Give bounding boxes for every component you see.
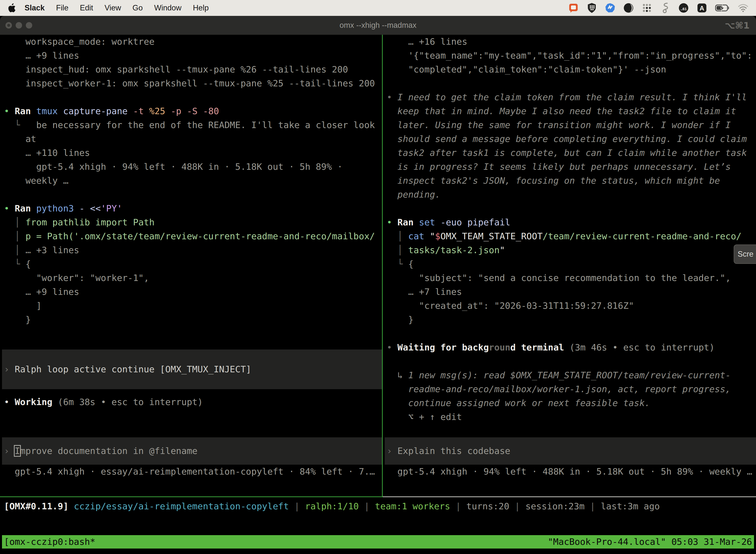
menu-item-file[interactable]: File <box>50 3 74 12</box>
prompt-chevron-icon: › <box>4 446 15 456</box>
omx-session-statusline: [OMX#0.11.9] cczip/essay/ai-reimplementa… <box>0 499 756 513</box>
menu-item-go[interactable]: Go <box>127 3 148 12</box>
menu-item-edit[interactable]: Edit <box>74 3 99 12</box>
moon-pie-icon[interactable] <box>623 2 634 13</box>
menubar-status-icons: ..61 A <box>568 2 749 13</box>
screenshot-tooltip: Scre <box>734 244 756 264</box>
window-title: omx --xhigh --madmax <box>339 21 417 30</box>
terminal-window: omx --xhigh --madmax ⌥⌘1 workspace_mode:… <box>0 16 756 554</box>
right-pane-statusline: gpt-5.4 xhigh · 94% left · 488K in · 5.1… <box>387 465 756 479</box>
chat-bubble-icon[interactable] <box>568 2 579 13</box>
working-status: • Working (6m 38s • esc to interrupt) <box>4 395 382 409</box>
menu-item-window[interactable]: Window <box>148 3 187 12</box>
close-button[interactable] <box>5 22 12 29</box>
wifi-icon[interactable] <box>738 2 749 13</box>
pane-border-bottom-right <box>383 496 756 497</box>
menu-item-view[interactable]: View <box>99 3 127 12</box>
keyboard-a-icon[interactable]: A <box>696 2 707 13</box>
prompt-input-right[interactable]: › Explain this codebase <box>385 437 756 465</box>
tmux-pane-right[interactable]: … +16 lines '{"team_name":"my-team","tas… <box>385 35 756 496</box>
pane-border-bottom-left <box>0 496 382 497</box>
tmux-pane-left[interactable]: workspace_mode: worktree … +9 lines insp… <box>2 35 382 496</box>
window-shortcut-badge: ⌥⌘1 <box>725 20 750 31</box>
pane-divider[interactable] <box>382 35 383 497</box>
dots-grid-icon[interactable] <box>641 2 652 13</box>
tmux-session-label: [omx-cczip0:bash* <box>4 535 95 549</box>
blue-app-icon[interactable] <box>605 2 616 13</box>
apple-menu-icon[interactable] <box>7 3 16 13</box>
input-placeholder: mprove documentation in @filename <box>20 446 197 456</box>
traffic-lights <box>5 22 32 29</box>
svg-text:..61: ..61 <box>680 7 687 11</box>
prompt-input-left[interactable]: › Improve documentation in @filename <box>2 437 382 465</box>
svg-text:A: A <box>700 4 704 12</box>
menu-item-help[interactable]: Help <box>187 3 214 12</box>
terminal-content: workspace_mode: worktree … +9 lines insp… <box>0 35 756 497</box>
window-titlebar[interactable]: omx --xhigh --madmax ⌥⌘1 <box>0 16 756 35</box>
left-pane-statusline: gpt-5.4 xhigh · essay/ai-reimplementatio… <box>4 465 382 479</box>
menu-item-slack[interactable]: Slack <box>19 3 50 12</box>
menubar: Slack File Edit View Go Window Help ..61… <box>0 0 756 16</box>
input-placeholder: Explain this codebase <box>397 446 510 456</box>
squiggle-icon[interactable] <box>660 2 671 13</box>
shield-icon[interactable] <box>586 2 597 13</box>
percent61-icon[interactable]: ..61 <box>678 2 689 13</box>
tmux-status-bar: [omx-cczip0:bash* "MacBook-Pro-44.local"… <box>2 535 754 549</box>
battery-icon[interactable] <box>715 2 730 13</box>
prompt-chevron-icon: › <box>387 446 397 456</box>
inject-banner: › Ralph loop active continue [OMX_TMUX_I… <box>2 349 382 389</box>
minimize-button[interactable] <box>16 22 22 29</box>
tmux-host-clock-label: "MacBook-Pro-44.local" 05:03 31-Mar-26 <box>548 535 752 549</box>
right-pane-log: … +16 lines '{"team_name":"my-team","tas… <box>387 35 756 424</box>
zoom-button[interactable] <box>26 22 32 29</box>
text-cursor: I <box>14 445 21 457</box>
left-pane-log: workspace_mode: worktree … +9 lines insp… <box>4 35 382 327</box>
